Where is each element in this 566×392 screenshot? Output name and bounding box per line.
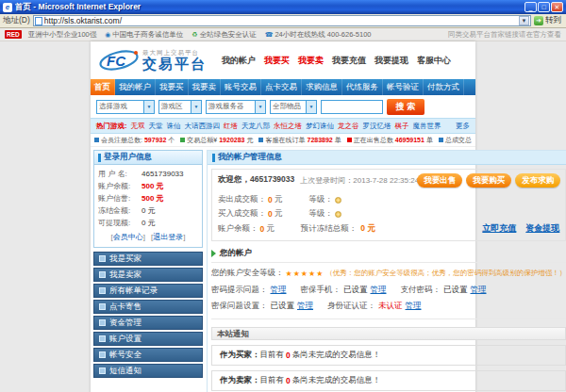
header-nav-item[interactable]: 客服中心	[417, 55, 451, 67]
hot-game-link[interactable]: 梦幻诛仙	[306, 122, 334, 131]
close-button[interactable]	[551, 2, 563, 12]
sell-button[interactable]: 我要出售	[417, 173, 462, 188]
buyer-notice-box: 作为买家：目前有0条尚未完成的交易信息！	[211, 345, 566, 366]
manage-link[interactable]: 管理	[406, 301, 422, 312]
user-info-value: 4651739033	[142, 170, 184, 178]
notice-text-after: 条尚未完成的交易信息！	[292, 375, 381, 386]
nav-tab[interactable]: 我要卖	[189, 79, 222, 95]
welcome-buttons: 我要出售我要购买发布求购	[417, 173, 560, 188]
menu-bullet-icon	[99, 303, 106, 310]
hot-game-link[interactable]: 天堂	[149, 122, 163, 131]
sidebar: 登录用户信息 用 户 名:4651739033账户余额:500 元账户信誉:50…	[93, 150, 203, 392]
stat-bullet-icon	[347, 138, 352, 142]
security-status: 已设置	[343, 285, 368, 296]
search-button[interactable]: 搜 索	[387, 99, 424, 115]
address-dropdown-button[interactable]	[519, 16, 529, 25]
sidebar-menu-item[interactable]: 账户设置	[93, 332, 203, 346]
header-nav-item[interactable]: 我要卖	[298, 55, 324, 67]
notice-count: 0	[284, 351, 292, 360]
notice-text-after: 条尚未完成的交易信息！	[292, 350, 381, 361]
content-area: 登录用户信息 用 户 名:4651739033账户余额:500 元账户信誉:50…	[91, 147, 475, 392]
security-item-label: 支付密码：	[401, 285, 441, 296]
hot-game-link[interactable]: 龙之谷	[338, 122, 359, 131]
nav-tab[interactable]: 账号交易	[221, 79, 261, 95]
stat-value: 46959151	[395, 137, 424, 143]
hot-games-bar: 热门游戏: 无双天堂诛仙大话西游四红塔天龙八部永恒之塔梦幻诛仙龙之谷罗汉忆塔棋子…	[91, 118, 475, 134]
panel-bullet-icon	[98, 154, 101, 162]
manage-link[interactable]: 管理	[471, 285, 487, 296]
chevron-down-icon: ▼	[191, 101, 201, 113]
hot-game-link[interactable]: 永恒之塔	[274, 122, 302, 131]
security-status: 已设置	[271, 301, 295, 312]
header-nav-item[interactable]: 我的帐户	[222, 55, 256, 67]
header-nav-item[interactable]: 我要充值	[332, 55, 366, 67]
account-section-title: 您的帐户	[220, 248, 252, 259]
sidebar-menu-item[interactable]: 帐号安全	[93, 348, 203, 362]
security-item: 身份证认证：未认证管理	[327, 301, 422, 312]
address-input[interactable]: http://sls.oktarist.com/	[33, 15, 531, 26]
select-value: 全部物品	[271, 102, 306, 111]
green-seal-icon: ♻	[191, 31, 197, 39]
withdraw-link[interactable]: 资金提现	[525, 222, 559, 235]
search-select[interactable]: 选择游戏▼	[96, 100, 155, 114]
stat-unit: 单	[335, 136, 341, 145]
welcome-rows: 卖出成交额：0元等级：买入成交额：0元等级：账户余额：0元预计冻结总额：0 元立…	[218, 194, 559, 235]
go-button[interactable]: 转到	[534, 15, 563, 26]
security-item: 密保手机：已设置管理	[301, 285, 387, 296]
nav-tab[interactable]: 首页	[91, 79, 115, 95]
hot-game-link[interactable]: 诛仙	[167, 122, 181, 131]
post-want-button[interactable]: 发布求购	[515, 173, 560, 188]
site-header: FC 最大网上交易平台 交易平台 我的帐户我要买我要卖我要充值我要提现客服中心	[91, 41, 475, 79]
login-info-body: 用 户 名:4651739033账户余额:500 元账户信誉:500 元冻结金额…	[94, 165, 202, 247]
hot-games: 无双天堂诛仙大话西游四红塔天龙八部永恒之塔梦幻诛仙龙之谷罗汉忆塔棋子魔兽世界	[131, 122, 441, 131]
nav-tab[interactable]: 我要买	[156, 79, 189, 95]
stat-item: 会员注册总数:597932个	[94, 136, 175, 145]
sidebar-menu-item[interactable]: 我是卖家	[93, 268, 203, 282]
maximize-button[interactable]	[538, 2, 550, 12]
notice-text-before: 目前有	[260, 350, 285, 361]
buy-button[interactable]: 我要购买	[466, 173, 511, 188]
manage-link[interactable]: 管理	[371, 285, 387, 296]
hot-game-link[interactable]: 无双	[131, 122, 145, 131]
logout-link[interactable]: 退出登录	[151, 232, 185, 242]
red-badge: RED	[5, 30, 22, 39]
stat-unit: 元	[275, 194, 283, 205]
nav-tab[interactable]: 代练服务	[342, 79, 383, 95]
nav-tab[interactable]: 帐号验证	[383, 79, 424, 95]
account-stat-row: 账户余额：0元预计冻结总额：0 元立即充值资金提现	[218, 222, 559, 235]
manage-link[interactable]: 管理	[271, 285, 287, 296]
header-nav-item[interactable]: 我要提现	[375, 55, 408, 67]
hot-game-link[interactable]: 魔兽世界	[413, 122, 441, 131]
manage-link[interactable]: 管理	[297, 301, 313, 312]
more-games-link[interactable]: 更多	[456, 122, 470, 131]
hot-games-label: 热门游戏:	[96, 122, 127, 131]
header-nav-item[interactable]: 我要买	[264, 55, 290, 67]
search-select[interactable]: 游戏区▼	[158, 100, 202, 114]
member-center-link[interactable]: 会员中心	[111, 232, 145, 242]
hot-game-link[interactable]: 天龙八部	[241, 122, 270, 131]
search-select[interactable]: 游戏服务器▼	[206, 100, 266, 114]
sidebar-menu-item[interactable]: 点卡寄售	[93, 300, 203, 314]
sidebar-menu-item[interactable]: 所有帐单记录	[93, 284, 203, 298]
stat-value: 597932	[144, 137, 166, 143]
nav-tab[interactable]: 付款方式	[424, 79, 464, 95]
notices-header: 本站通知	[211, 327, 566, 340]
sidebar-menu-item[interactable]: 我是买家	[93, 252, 203, 266]
search-selects: 选择游戏▼游戏区▼游戏服务器▼全部物品▼	[96, 100, 317, 114]
search-select[interactable]: 全部物品▼	[270, 100, 317, 114]
nav-tab[interactable]: 点卡交易	[261, 79, 302, 95]
hot-game-link[interactable]: 大话西游四	[185, 122, 221, 131]
sidebar-menu-item[interactable]: 资金管理	[93, 316, 203, 330]
nav-tab[interactable]: 求购信息	[302, 79, 342, 95]
hot-game-link[interactable]: 罗汉忆塔	[363, 122, 391, 131]
hot-game-link[interactable]: 棋子	[395, 122, 409, 131]
nav-tab[interactable]: 我的帐户	[115, 79, 156, 95]
minimize-button[interactable]	[524, 2, 537, 12]
title-bar: 首页 - Microsoft Internet Explorer	[0, 0, 566, 14]
recharge-link[interactable]: 立即充值	[482, 222, 516, 235]
search-input[interactable]	[321, 100, 383, 114]
security-item-label: 密保手机：	[301, 285, 341, 296]
site-logo[interactable]: FC	[98, 48, 140, 73]
sidebar-menu-item[interactable]: 短信通知	[93, 364, 203, 378]
hot-game-link[interactable]: 红塔	[224, 122, 238, 131]
